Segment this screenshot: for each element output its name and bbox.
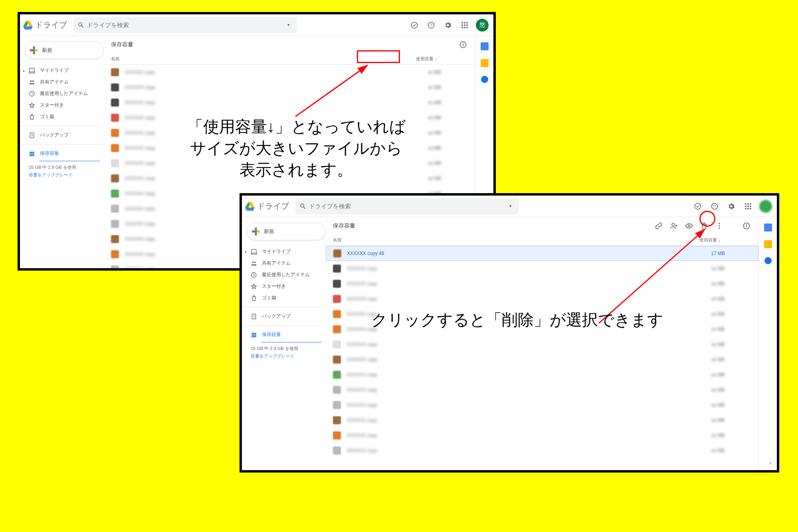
sidebar-item-mydrive[interactable]: マイドライブ	[20, 65, 104, 76]
file-name: XXXXXX copy	[347, 372, 711, 378]
share-person-icon[interactable]	[669, 221, 679, 231]
sidebar-item-recent[interactable]: 最近使用したアイテム	[20, 88, 104, 99]
file-row[interactable]: XXXXXX copyxx MB	[326, 291, 758, 307]
file-size: xx MB	[711, 357, 751, 362]
search-dropdown-icon[interactable]: ▾	[506, 204, 515, 209]
file-row[interactable]: XXXXXX copyxx MB	[104, 140, 475, 156]
get-link-icon[interactable]	[654, 221, 663, 231]
sidebar-item-trash[interactable]: ゴミ箱	[20, 111, 104, 123]
svg-rect-22	[30, 153, 34, 154]
sidebar-item-starred[interactable]: スター付き	[20, 99, 104, 111]
search-bar[interactable]: ▾	[295, 198, 519, 214]
search-dropdown-icon[interactable]: ▾	[284, 22, 293, 28]
file-row[interactable]: XXXXXX copyxx MB	[326, 352, 758, 367]
sidebar-item-storage[interactable]: 保存容量	[20, 148, 104, 159]
tasks-icon[interactable]	[764, 257, 772, 264]
file-row[interactable]: XXXXXX copyxx MB	[104, 110, 475, 125]
file-row[interactable]: XXXXXX copyxx MB	[326, 337, 758, 352]
sidebar-item-starred[interactable]: スター付き	[242, 281, 326, 292]
file-thumb-icon	[111, 144, 119, 152]
file-row[interactable]: XXXXXX copyxx MB	[326, 261, 758, 276]
col-size[interactable]: 使用容量↓	[699, 237, 751, 243]
col-name[interactable]: 名前	[333, 237, 699, 243]
sidebar-item-backup[interactable]: バックアップ	[242, 310, 326, 322]
file-thumb-icon	[111, 83, 119, 91]
apps-grid-icon[interactable]	[459, 20, 470, 31]
file-thumb-icon	[111, 174, 119, 182]
file-row[interactable]: XXXXXX copyxx MB	[104, 95, 475, 110]
account-avatar[interactable]: 悠	[476, 19, 489, 32]
file-thumb-icon	[333, 265, 341, 273]
file-thumb-icon	[111, 68, 119, 76]
calendar-icon[interactable]	[764, 223, 772, 231]
sidebar-item-recent[interactable]: 最近使用したアイテム	[242, 269, 326, 281]
delete-trash-icon[interactable]	[699, 221, 709, 231]
clock-icon	[251, 272, 257, 278]
sidebar-item-backup[interactable]: バックアップ	[20, 129, 104, 141]
file-row[interactable]: XXXXXX copyxx MB	[326, 307, 758, 322]
file-row[interactable]: XXXXXX copyxx MB	[326, 443, 758, 458]
calendar-icon[interactable]	[481, 42, 489, 50]
file-row[interactable]: XXXXXX copyxx MB	[104, 65, 475, 80]
svg-point-52	[688, 225, 690, 227]
sidebar-item-shared[interactable]: 共有アイテム	[20, 76, 104, 88]
file-row[interactable]: XXXXXX copyxx MB	[326, 276, 758, 291]
file-size: xx MB	[711, 433, 751, 438]
help-icon[interactable]: ?	[426, 20, 437, 31]
file-name: XXXXXX copy	[125, 130, 428, 136]
settings-gear-icon[interactable]	[442, 20, 453, 31]
file-row[interactable]: XXXXXX copyxx MB	[104, 156, 475, 171]
sort-arrow-icon: ↓	[435, 57, 438, 61]
search-input[interactable]	[85, 22, 284, 28]
ready-offline-icon[interactable]	[692, 201, 703, 212]
sidebar-item-mydrive[interactable]: マイドライブ	[242, 246, 326, 257]
file-row[interactable]: XXXXXX copyxx MB	[104, 171, 475, 186]
sidebar-item-trash[interactable]: ゴミ箱	[242, 292, 326, 304]
file-row[interactable]: XXXXXX copyxx MB	[326, 428, 758, 443]
settings-gear-icon[interactable]	[726, 201, 737, 212]
new-button[interactable]: 新規	[247, 223, 326, 240]
search-input[interactable]	[307, 203, 506, 210]
tasks-icon[interactable]	[481, 76, 488, 83]
file-row[interactable]: XXXXXX copyxx MB	[104, 125, 475, 140]
svg-point-33	[745, 203, 747, 205]
file-row[interactable]: XXXXXX copyxx MB	[326, 322, 758, 337]
file-row[interactable]: XXXXXX copyxx MB	[326, 413, 758, 428]
svg-point-3	[412, 22, 418, 28]
sidebar-label: ゴミ箱	[262, 295, 276, 301]
info-icon[interactable]	[742, 221, 751, 231]
file-thumb-icon	[111, 114, 119, 122]
keep-icon[interactable]	[764, 240, 772, 248]
preview-eye-icon[interactable]	[684, 221, 694, 231]
file-name: XXXXXX copy	[125, 115, 428, 121]
file-row[interactable]: XXXXXX copyxx MB	[326, 382, 758, 398]
account-avatar[interactable]	[759, 200, 772, 213]
keep-icon[interactable]	[481, 59, 489, 67]
sidebar-item-storage[interactable]: 保存容量	[242, 329, 326, 340]
upgrade-storage-link[interactable]: 容量をアップグレード	[29, 172, 104, 178]
file-row[interactable]: XXXXXX copyxx MB	[326, 367, 758, 382]
svg-point-35	[750, 203, 751, 205]
drive-logo[interactable]: ドライブ	[23, 20, 67, 30]
apps-grid-icon[interactable]	[743, 201, 754, 212]
more-vert-icon[interactable]	[715, 221, 724, 231]
svg-marker-42	[251, 249, 256, 253]
sidebar-item-shared[interactable]: 共有アイテム	[242, 257, 326, 269]
sidebar: 新規 マイドライブ 共有アイテム 最近使用したアイテム スター付き ゴミ箱 バッ…	[242, 217, 326, 470]
file-row[interactable]: XXXXXX copy 4817 MB	[326, 246, 758, 261]
file-row[interactable]: XXXXXX copyxx MB	[104, 80, 475, 95]
search-bar[interactable]: ▾	[73, 17, 297, 33]
help-icon[interactable]: ?	[709, 201, 720, 212]
new-button[interactable]: 新規	[25, 42, 104, 59]
chevron-right-icon[interactable]: ›	[769, 460, 771, 466]
svg-point-41	[750, 208, 751, 210]
info-icon[interactable]	[458, 40, 468, 49]
ready-offline-icon[interactable]	[409, 20, 420, 31]
upgrade-storage-link[interactable]: 容量をアップグレード	[251, 353, 326, 359]
section-title: 保存容量	[111, 41, 133, 48]
file-row[interactable]: XXXXXX copyxx MB	[326, 398, 758, 413]
col-size[interactable]: 使用容量↓	[416, 56, 468, 62]
file-size: 17 MB	[711, 251, 751, 256]
col-name[interactable]: 名前	[111, 56, 416, 62]
drive-logo[interactable]: ドライブ	[245, 201, 289, 212]
